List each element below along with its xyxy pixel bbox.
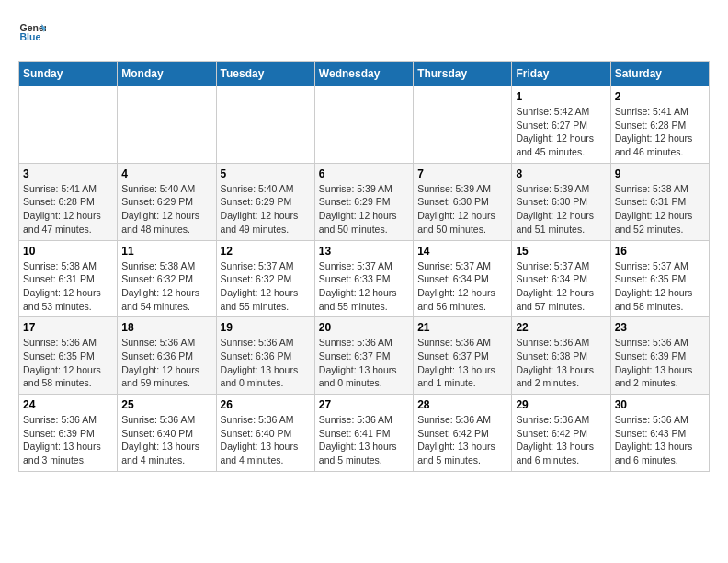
calendar-week-3: 10Sunrise: 5:38 AMSunset: 6:31 PMDayligh…: [19, 240, 710, 317]
calendar-cell: 19Sunrise: 5:36 AMSunset: 6:36 PMDayligh…: [216, 317, 314, 395]
day-number: 12: [221, 245, 311, 258]
calendar-cell: 18Sunrise: 5:36 AMSunset: 6:36 PMDayligh…: [118, 317, 216, 395]
day-info: Sunrise: 5:38 AMSunset: 6:31 PMDaylight:…: [23, 259, 113, 314]
day-info: Sunrise: 5:37 AMSunset: 6:35 PMDaylight:…: [615, 259, 705, 314]
calendar-cell: 4Sunrise: 5:40 AMSunset: 6:29 PMDaylight…: [118, 163, 216, 240]
calendar-cell: 9Sunrise: 5:38 AMSunset: 6:31 PMDaylight…: [610, 163, 709, 240]
day-info: Sunrise: 5:36 AMSunset: 6:37 PMDaylight:…: [417, 336, 507, 390]
header-monday: Monday: [118, 62, 216, 86]
day-info: Sunrise: 5:41 AMSunset: 6:28 PMDaylight:…: [615, 105, 705, 159]
calendar-cell: 25Sunrise: 5:36 AMSunset: 6:40 PMDayligh…: [118, 395, 216, 472]
day-info: Sunrise: 5:36 AMSunset: 6:37 PMDaylight:…: [319, 336, 409, 390]
header-tuesday: Tuesday: [216, 62, 314, 86]
calendar-cell: 6Sunrise: 5:39 AMSunset: 6:29 PMDaylight…: [314, 163, 413, 240]
calendar-cell: 8Sunrise: 5:39 AMSunset: 6:30 PMDaylight…: [512, 163, 610, 240]
day-info: Sunrise: 5:36 AMSunset: 6:35 PMDaylight:…: [23, 336, 113, 390]
calendar-cell: 10Sunrise: 5:38 AMSunset: 6:31 PMDayligh…: [19, 240, 118, 317]
calendar-cell: 23Sunrise: 5:36 AMSunset: 6:39 PMDayligh…: [610, 317, 709, 395]
calendar-cell: 12Sunrise: 5:37 AMSunset: 6:32 PMDayligh…: [216, 240, 314, 317]
calendar-table: SundayMondayTuesdayWednesdayThursdayFrid…: [18, 61, 710, 472]
day-number: 18: [121, 321, 211, 334]
calendar-week-1: 1Sunrise: 5:42 AMSunset: 6:27 PMDaylight…: [19, 86, 710, 164]
day-info: Sunrise: 5:38 AMSunset: 6:32 PMDaylight:…: [121, 259, 211, 314]
day-number: 17: [23, 321, 113, 334]
day-info: Sunrise: 5:37 AMSunset: 6:34 PMDaylight:…: [417, 259, 507, 314]
day-info: Sunrise: 5:36 AMSunset: 6:40 PMDaylight:…: [121, 413, 211, 467]
day-number: 20: [319, 321, 409, 334]
calendar-week-4: 17Sunrise: 5:36 AMSunset: 6:35 PMDayligh…: [19, 317, 710, 395]
day-number: 26: [221, 398, 311, 411]
logo-icon: General Blue: [18, 18, 46, 46]
header-saturday: Saturday: [610, 62, 709, 86]
calendar-cell: 30Sunrise: 5:36 AMSunset: 6:43 PMDayligh…: [610, 395, 709, 472]
day-info: Sunrise: 5:36 AMSunset: 6:43 PMDaylight:…: [615, 413, 705, 467]
header-wednesday: Wednesday: [314, 62, 413, 86]
calendar-cell: 28Sunrise: 5:36 AMSunset: 6:42 PMDayligh…: [414, 395, 512, 472]
day-number: 29: [516, 398, 606, 411]
calendar-cell: 5Sunrise: 5:40 AMSunset: 6:29 PMDaylight…: [216, 163, 314, 240]
calendar-cell: [118, 86, 216, 164]
calendar-cell: 27Sunrise: 5:36 AMSunset: 6:41 PMDayligh…: [314, 395, 413, 472]
calendar-cell: 2Sunrise: 5:41 AMSunset: 6:28 PMDaylight…: [610, 86, 709, 164]
day-info: Sunrise: 5:36 AMSunset: 6:42 PMDaylight:…: [516, 413, 606, 467]
header: General Blue: [18, 18, 710, 46]
day-info: Sunrise: 5:38 AMSunset: 6:31 PMDaylight:…: [615, 182, 705, 236]
calendar-cell: [19, 86, 118, 164]
day-number: 8: [516, 167, 606, 180]
day-info: Sunrise: 5:39 AMSunset: 6:30 PMDaylight:…: [417, 182, 507, 236]
day-info: Sunrise: 5:37 AMSunset: 6:34 PMDaylight:…: [516, 259, 606, 314]
day-number: 23: [615, 321, 705, 334]
day-info: Sunrise: 5:36 AMSunset: 6:41 PMDaylight:…: [319, 413, 409, 467]
day-number: 22: [516, 321, 606, 334]
calendar-cell: 3Sunrise: 5:41 AMSunset: 6:28 PMDaylight…: [19, 163, 118, 240]
day-number: 24: [23, 398, 113, 411]
calendar-cell: 7Sunrise: 5:39 AMSunset: 6:30 PMDaylight…: [414, 163, 512, 240]
day-info: Sunrise: 5:36 AMSunset: 6:36 PMDaylight:…: [121, 336, 211, 390]
day-info: Sunrise: 5:37 AMSunset: 6:32 PMDaylight:…: [221, 259, 311, 314]
calendar-cell: 17Sunrise: 5:36 AMSunset: 6:35 PMDayligh…: [19, 317, 118, 395]
calendar-cell: [314, 86, 413, 164]
day-number: 1: [516, 90, 606, 103]
calendar-cell: 13Sunrise: 5:37 AMSunset: 6:33 PMDayligh…: [314, 240, 413, 317]
header-thursday: Thursday: [414, 62, 512, 86]
calendar-cell: 16Sunrise: 5:37 AMSunset: 6:35 PMDayligh…: [610, 240, 709, 317]
day-info: Sunrise: 5:36 AMSunset: 6:39 PMDaylight:…: [615, 336, 705, 390]
day-number: 27: [319, 398, 409, 411]
day-info: Sunrise: 5:39 AMSunset: 6:30 PMDaylight:…: [516, 182, 606, 236]
day-number: 28: [417, 398, 507, 411]
day-info: Sunrise: 5:36 AMSunset: 6:42 PMDaylight:…: [417, 413, 507, 467]
day-number: 16: [615, 245, 705, 258]
day-number: 6: [319, 167, 409, 180]
day-info: Sunrise: 5:36 AMSunset: 6:40 PMDaylight:…: [221, 413, 311, 467]
calendar-cell: 1Sunrise: 5:42 AMSunset: 6:27 PMDaylight…: [512, 86, 610, 164]
calendar-cell: 15Sunrise: 5:37 AMSunset: 6:34 PMDayligh…: [512, 240, 610, 317]
day-info: Sunrise: 5:36 AMSunset: 6:36 PMDaylight:…: [221, 336, 311, 390]
calendar-cell: 14Sunrise: 5:37 AMSunset: 6:34 PMDayligh…: [414, 240, 512, 317]
day-number: 2: [615, 90, 705, 103]
header-friday: Friday: [512, 62, 610, 86]
calendar-header-row: SundayMondayTuesdayWednesdayThursdayFrid…: [19, 62, 710, 86]
day-info: Sunrise: 5:36 AMSunset: 6:38 PMDaylight:…: [516, 336, 606, 390]
calendar-week-2: 3Sunrise: 5:41 AMSunset: 6:28 PMDaylight…: [19, 163, 710, 240]
calendar-cell: [216, 86, 314, 164]
day-info: Sunrise: 5:42 AMSunset: 6:27 PMDaylight:…: [516, 105, 606, 159]
day-number: 30: [615, 398, 705, 411]
day-info: Sunrise: 5:41 AMSunset: 6:28 PMDaylight:…: [23, 182, 113, 236]
calendar-cell: 21Sunrise: 5:36 AMSunset: 6:37 PMDayligh…: [414, 317, 512, 395]
day-number: 9: [615, 167, 705, 180]
day-info: Sunrise: 5:39 AMSunset: 6:29 PMDaylight:…: [319, 182, 409, 236]
day-number: 19: [221, 321, 311, 334]
day-number: 7: [417, 167, 507, 180]
day-info: Sunrise: 5:40 AMSunset: 6:29 PMDaylight:…: [121, 182, 211, 236]
day-number: 5: [221, 167, 311, 180]
header-sunday: Sunday: [19, 62, 118, 86]
day-info: Sunrise: 5:36 AMSunset: 6:39 PMDaylight:…: [23, 413, 113, 467]
day-number: 10: [23, 245, 113, 258]
calendar-cell: 29Sunrise: 5:36 AMSunset: 6:42 PMDayligh…: [512, 395, 610, 472]
calendar-cell: [414, 86, 512, 164]
day-number: 25: [121, 398, 211, 411]
calendar-week-5: 24Sunrise: 5:36 AMSunset: 6:39 PMDayligh…: [19, 395, 710, 472]
day-number: 13: [319, 245, 409, 258]
logo: General Blue: [18, 18, 46, 46]
day-number: 21: [417, 321, 507, 334]
